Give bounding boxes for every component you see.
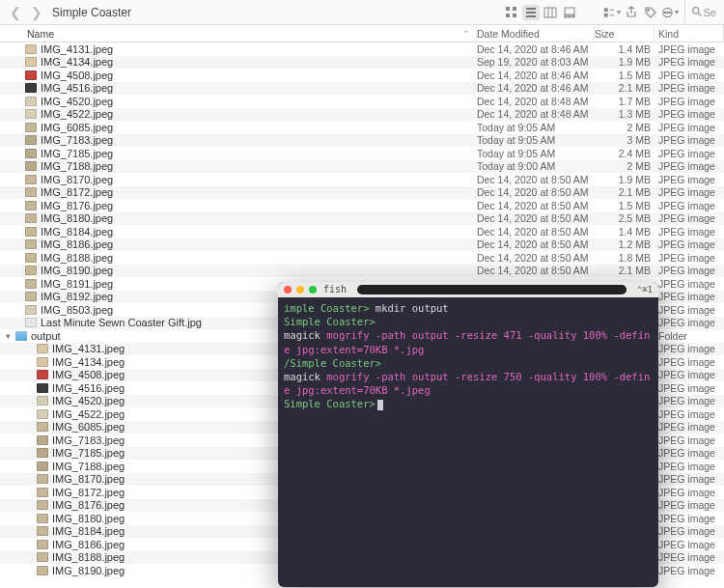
file-size: 2 MB [595,160,654,172]
file-kind: JPEG image [654,238,724,250]
view-mode-group [503,5,578,20]
header-name[interactable]: Name⌃ [0,25,477,42]
file-date: Dec 14, 2020 at 8:46 AM [477,82,595,94]
file-size: 1.8 MB [595,252,654,264]
terminal-window[interactable]: fish ⌃⌘1 imple Coaster> mkdir output Sim… [278,282,658,587]
file-row[interactable]: IMG_4134.jpegSep 19, 2020 at 8:03 AM1.9 … [0,56,724,70]
svg-rect-1 [513,7,516,11]
file-name: IMG_4134.jpeg [52,356,125,368]
file-row[interactable]: IMG_7188.jpegToday at 9:00 AM2 MBJPEG im… [0,160,724,174]
file-row[interactable]: IMG_4131.jpegDec 14, 2020 at 8:46 AM1.4 … [0,42,724,56]
file-row[interactable]: IMG_8170.jpegDec 14, 2020 at 8:50 AM1.9 … [0,173,724,186]
column-headers: Name⌃ Date Modified Size Kind [0,25,724,42]
file-kind: JPEG image [654,186,724,198]
share-button[interactable] [623,5,640,20]
header-date[interactable]: Date Modified [477,25,595,42]
header-kind[interactable]: Kind [654,25,724,42]
minimize-button[interactable] [296,286,304,294]
file-name: IMG_6085.jpeg [41,122,113,133]
file-kind: JPEG image [654,96,724,107]
file-kind: JPEG image [654,356,724,368]
file-kind: JPEG image [654,513,724,524]
file-name: output [31,330,61,342]
file-size: 1.4 MB [595,226,654,238]
icon-view-button[interactable] [503,5,520,20]
file-date: Dec 14, 2020 at 8:46 AM [477,43,595,55]
file-name: IMG_8170.jpeg [41,174,113,185]
file-date: Dec 14, 2020 at 8:50 AM [477,186,595,198]
file-size: 2.4 MB [595,148,654,159]
file-kind: JPEG image [654,539,724,550]
terminal-shortcut: ⌃⌘1 [637,284,653,295]
file-kind: JPEG image [654,174,724,185]
forward-button[interactable]: ❯ [29,5,44,20]
column-view-button[interactable] [542,5,559,20]
file-kind: JPEG image [654,499,724,511]
file-row[interactable]: IMG_8188.jpegDec 14, 2020 at 8:50 AM1.8 … [0,251,724,265]
svg-line-24 [698,13,701,15]
file-name: IMG_8192.jpeg [41,291,113,302]
more-actions-button[interactable]: ▾ [661,5,679,20]
file-row[interactable]: IMG_7183.jpegToday at 9:05 AM3 MBJPEG im… [0,134,724,148]
file-row[interactable]: IMG_8186.jpegDec 14, 2020 at 8:50 AM1.2 … [0,238,724,252]
file-name: IMG_8190.jpeg [41,265,113,276]
disclosure-triangle-icon[interactable]: ▾ [4,331,12,341]
file-row[interactable]: IMG_4508.jpegDec 14, 2020 at 8:46 AM1.5 … [0,69,724,82]
terminal-body[interactable]: imple Coaster> mkdir output Simple Coast… [278,297,658,414]
file-size: 2.1 MB [595,265,654,276]
file-date: Dec 14, 2020 at 8:50 AM [477,265,595,276]
terminal-titlebar[interactable]: fish ⌃⌘1 [278,282,658,297]
terminal-line: magick mogrify -path output -resize 750 … [284,370,653,397]
file-name: IMG_8186.jpeg [41,238,113,250]
file-size: 1.9 MB [595,174,654,185]
back-button[interactable]: ❮ [8,5,23,20]
svg-rect-7 [544,8,556,17]
file-row[interactable]: IMG_8184.jpegDec 14, 2020 at 8:50 AM1.4 … [0,225,724,238]
file-row[interactable]: IMG_7185.jpegToday at 9:05 AM2.4 MBJPEG … [0,147,724,160]
terminal-title-redacted [357,285,627,294]
header-size[interactable]: Size [595,25,654,42]
file-kind: JPEG image [654,395,724,406]
file-kind: JPEG image [654,304,724,316]
file-row[interactable]: IMG_8180.jpegDec 14, 2020 at 8:50 AM2.5 … [0,212,724,226]
file-name: IMG_4522.jpeg [52,408,125,420]
search-field[interactable]: Se [684,0,716,24]
file-date: Today at 9:05 AM [477,148,595,159]
file-row[interactable]: IMG_4522.jpegDec 14, 2020 at 8:48 AM1.3 … [0,108,724,122]
file-size: 1.5 MB [595,200,654,211]
file-row[interactable]: IMG_8176.jpegDec 14, 2020 at 8:50 AM1.5 … [0,199,724,212]
svg-rect-11 [565,15,567,17]
file-size: 2.1 MB [595,186,654,198]
file-kind: JPEG image [654,382,724,394]
file-name: IMG_8190.jpeg [52,565,125,576]
file-kind: JPEG image [654,56,724,68]
search-placeholder: Se [704,7,716,18]
file-name: IMG_4131.jpeg [41,43,113,55]
file-row[interactable]: IMG_8172.jpegDec 14, 2020 at 8:50 AM2.1 … [0,186,724,200]
list-view-button[interactable] [522,5,540,20]
tags-button[interactable] [642,5,659,20]
svg-rect-13 [572,15,574,17]
file-row[interactable]: IMG_6085.jpegToday at 9:05 AM2 MBJPEG im… [0,121,724,134]
file-size: 2.1 MB [595,82,654,94]
file-name: IMG_8184.jpeg [52,525,125,537]
terminal-line: /Simple Coaster> [284,356,653,370]
file-date: Today at 9:05 AM [477,134,595,146]
file-row[interactable]: IMG_4516.jpegDec 14, 2020 at 8:46 AM2.1 … [0,82,724,96]
file-row[interactable]: IMG_4520.jpegDec 14, 2020 at 8:48 AM1.7 … [0,95,724,108]
group-by-button[interactable]: ▾ [603,5,621,20]
close-button[interactable] [284,286,292,294]
file-name: IMG_4131.jpeg [52,343,125,354]
file-size: 1.9 MB [595,56,654,68]
file-kind: JPEG image [654,447,724,459]
file-row[interactable]: IMG_8190.jpegDec 14, 2020 at 8:50 AM2.1 … [0,265,724,278]
file-date: Dec 14, 2020 at 8:48 AM [477,108,595,120]
svg-point-23 [692,8,698,14]
window-title: Simple Coaster [52,6,497,19]
gallery-view-button[interactable] [561,5,578,20]
file-size: 1.5 MB [595,70,654,81]
zoom-button[interactable] [309,286,317,294]
file-kind: JPEG image [654,291,724,302]
file-kind: JPEG image [654,212,724,224]
file-kind: JPEG image [654,461,724,472]
